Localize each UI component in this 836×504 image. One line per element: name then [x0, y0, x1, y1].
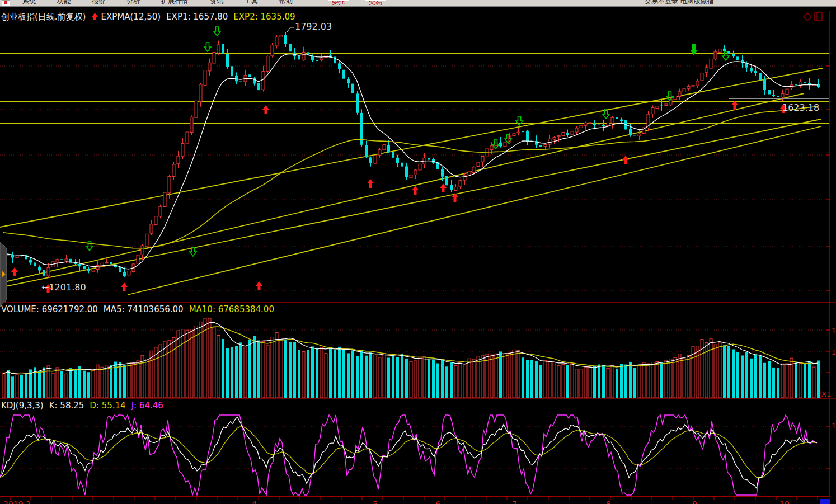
exp1-line: [3, 54, 818, 269]
svg-text:←1201.80: ←1201.80: [41, 282, 86, 293]
buy-arrow: [622, 156, 629, 164]
kdj-j-line: [0, 415, 817, 495]
time-axis-label: 8: [606, 500, 611, 504]
time-axis-label: 2019.2: [3, 500, 31, 504]
time-axis-label: 4: [252, 500, 257, 504]
price-annotations: 1792.03←1201.801623.18: [41, 21, 819, 293]
window-icon[interactable]: [815, 13, 822, 21]
svg-text:1623.18: 1623.18: [782, 102, 819, 113]
time-axis[interactable]: 2019.245678910: [3, 497, 830, 504]
time-axis-label: 10: [779, 500, 790, 504]
svg-text:1: 1: [832, 327, 836, 335]
time-axis-label: 7: [512, 500, 517, 504]
diamond-icon[interactable]: [804, 13, 811, 21]
main-pane[interactable]: 1792.03←1201.801623.18: [0, 21, 830, 295]
volume-pane[interactable]: 11X1: [0, 318, 836, 399]
buy-arrow: [11, 267, 18, 276]
buy-arrow: [412, 186, 419, 195]
sell-arrow-hollow: [214, 27, 220, 36]
time-axis-label: 9: [692, 500, 697, 504]
volume-bars: [2, 318, 820, 398]
chart-canvas[interactable]: 1792.03←1201.801623.1811X112019.24567891…: [0, 0, 836, 504]
time-axis-label: 6: [435, 500, 440, 504]
candlesticks: [2, 31, 820, 280]
svg-text:1792.03: 1792.03: [295, 21, 332, 32]
svg-text:1: 1: [832, 422, 836, 430]
time-axis-label: 5: [373, 500, 378, 504]
sell-arrow-hollow: [204, 43, 211, 51]
buy-arrow: [262, 105, 269, 114]
stock-terminal-window: 系统功能报价分析扩展行情资讯工具帮助委托交易 交易不登录 电脑版做指 创业板指(…: [0, 0, 836, 504]
svg-text:1: 1: [832, 348, 836, 356]
kdj-pane[interactable]: 1: [0, 415, 836, 495]
pane-frame: [0, 11, 836, 497]
kdj-k-line: [0, 417, 817, 488]
scrollbar-thumb[interactable]: [820, 499, 830, 504]
left-panel-tab[interactable]: [0, 242, 7, 307]
pane-corner-icons: [804, 13, 822, 21]
buy-arrow: [367, 179, 374, 188]
buy-arrow: [121, 282, 128, 291]
buy-arrow: [256, 281, 262, 290]
zoom-level-label: X1: [821, 390, 831, 398]
